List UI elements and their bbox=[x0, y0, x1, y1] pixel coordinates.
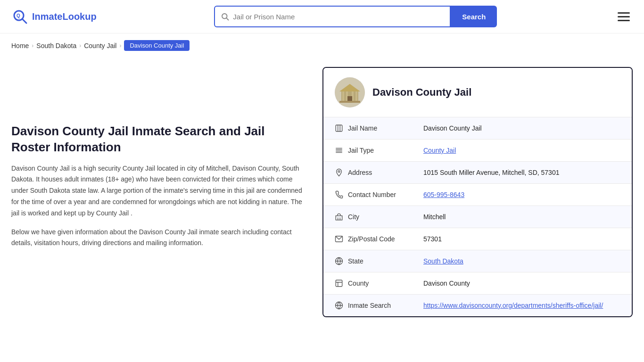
zip-label: Zip/Postal Code bbox=[348, 235, 423, 243]
table-row: Contact Number 605-995-8643 bbox=[323, 184, 632, 206]
card-header: Davison County Jail bbox=[323, 68, 632, 117]
jail-name-label: Jail Name bbox=[348, 124, 423, 132]
zip-icon bbox=[335, 235, 348, 243]
table-row: Jail Name Davison County Jail bbox=[323, 117, 632, 140]
svg-line-1 bbox=[22, 19, 26, 23]
table-row: State South Dakota bbox=[323, 250, 632, 272]
site-header: Q InmateLookup Search bbox=[0, 0, 644, 33]
logo-text: InmateLookup bbox=[32, 11, 97, 22]
table-row: County Davison County bbox=[323, 272, 632, 295]
jail-type-label: Jail Type bbox=[348, 147, 423, 154]
city-value: Mitchell bbox=[423, 213, 620, 221]
jail-name-value: Davison County Jail bbox=[423, 124, 620, 132]
logo-icon: Q bbox=[11, 8, 28, 25]
search-input[interactable] bbox=[233, 13, 444, 21]
table-row: Address 1015 South Miller Avenue, Mitche… bbox=[323, 162, 632, 184]
main-content: Davison County Jail Inmate Search and Ja… bbox=[0, 58, 644, 336]
address-icon bbox=[335, 168, 348, 177]
right-column: Davison County Jail Jail Name Davison Co… bbox=[322, 67, 633, 317]
county-value: Davison County bbox=[423, 280, 620, 287]
contact-label: Contact Number bbox=[348, 191, 423, 198]
hamburger-menu[interactable] bbox=[615, 9, 633, 24]
zip-value: 57301 bbox=[423, 235, 620, 243]
svg-point-21 bbox=[338, 171, 340, 173]
search-icon bbox=[221, 12, 229, 21]
state-link[interactable]: South Dakota bbox=[423, 257, 463, 265]
contact-value: 605-995-8643 bbox=[423, 191, 620, 198]
jail-card: Davison County Jail Jail Name Davison Co… bbox=[322, 67, 633, 317]
breadcrumb-home[interactable]: Home bbox=[11, 42, 29, 49]
county-label: County bbox=[348, 280, 423, 287]
jail-type-link[interactable]: County Jail bbox=[423, 147, 456, 154]
address-value: 1015 South Miller Avenue, Mitchell, SD, … bbox=[423, 169, 620, 176]
breadcrumb-sep-1: › bbox=[32, 42, 33, 49]
svg-rect-14 bbox=[336, 125, 342, 132]
breadcrumb-sep-3: › bbox=[119, 42, 121, 49]
logo-link[interactable]: Q InmateLookup bbox=[11, 8, 97, 25]
inmate-search-link[interactable]: https://www.davisoncounty.org/department… bbox=[423, 302, 603, 309]
type-icon bbox=[335, 146, 348, 155]
svg-rect-28 bbox=[336, 280, 342, 287]
page-title: Davison County Jail Inmate Search and Ja… bbox=[11, 123, 304, 156]
breadcrumb-sep-2: › bbox=[79, 42, 81, 49]
page-desc-2: Below we have given information about th… bbox=[11, 227, 304, 249]
breadcrumb-state[interactable]: South Dakota bbox=[36, 42, 76, 49]
table-row: Zip/Postal Code 57301 bbox=[323, 228, 632, 250]
page-desc-1: Davison County Jail is a high security C… bbox=[11, 163, 304, 219]
svg-line-4 bbox=[227, 18, 229, 20]
jail-type-value: County Jail bbox=[423, 147, 620, 154]
inmate-search-value: https://www.davisoncounty.org/department… bbox=[423, 302, 620, 309]
search-wrapper bbox=[214, 6, 451, 27]
state-value: South Dakota bbox=[423, 257, 620, 265]
county-icon bbox=[335, 279, 348, 288]
search-button[interactable]: Search bbox=[451, 6, 497, 27]
inmate-icon bbox=[335, 301, 348, 310]
svg-text:Q: Q bbox=[17, 13, 20, 18]
jail-avatar bbox=[335, 77, 365, 107]
left-column: Davison County Jail Inmate Search and Ja… bbox=[11, 67, 304, 317]
card-title: Davison County Jail bbox=[372, 86, 471, 99]
phone-link[interactable]: 605-995-8643 bbox=[423, 191, 464, 198]
state-icon bbox=[335, 257, 348, 265]
table-row: Jail Type County Jail bbox=[323, 140, 632, 162]
info-table: Jail Name Davison County Jail Jail Type … bbox=[323, 117, 632, 316]
breadcrumb-type[interactable]: County Jail bbox=[84, 42, 116, 49]
address-label: Address bbox=[348, 169, 423, 176]
jail-icon bbox=[335, 124, 348, 132]
breadcrumb-current: Davison County Jail bbox=[124, 40, 190, 51]
svg-rect-13 bbox=[339, 101, 360, 103]
svg-rect-22 bbox=[336, 216, 342, 220]
table-row: Inmate Search https://www.davisoncounty.… bbox=[323, 295, 632, 316]
breadcrumb: Home › South Dakota › County Jail › Davi… bbox=[0, 33, 644, 58]
phone-icon bbox=[335, 190, 348, 199]
city-icon bbox=[335, 213, 348, 221]
city-label: City bbox=[348, 213, 423, 221]
inmate-search-label: Inmate Search bbox=[348, 302, 423, 309]
table-row: City Mitchell bbox=[323, 206, 632, 228]
search-area: Search bbox=[214, 6, 497, 27]
state-label: State bbox=[348, 257, 423, 265]
